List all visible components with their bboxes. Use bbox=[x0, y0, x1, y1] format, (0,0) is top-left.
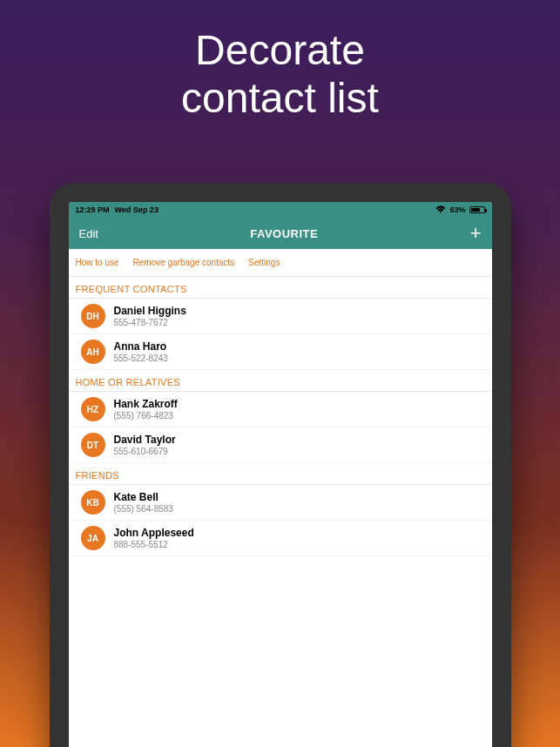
contact-info: Anna Haro555-522-8243 bbox=[114, 340, 168, 363]
contact-info: John Appleseed888-555-5512 bbox=[114, 527, 194, 549]
contact-phone: 555-478-7672 bbox=[114, 318, 186, 327]
section-header: FRIENDS bbox=[69, 463, 492, 485]
status-date: Wed Sep 23 bbox=[115, 205, 159, 214]
section-header: HOME OR RELATIVES bbox=[69, 370, 492, 392]
promo-title: Decorate contact list bbox=[0, 0, 560, 122]
page-title: FAVOURITE bbox=[250, 227, 318, 240]
contact-row[interactable]: KBKate Bell(555) 564-8583 bbox=[69, 485, 492, 521]
contact-phone: 888-555-5512 bbox=[114, 540, 194, 549]
avatar: HZ bbox=[81, 397, 105, 421]
contact-phone: (555) 766-4823 bbox=[114, 411, 178, 421]
contact-name: Hank Zakroff bbox=[114, 398, 178, 410]
status-bar: 12:28 PM Wed Sep 23 63% bbox=[69, 202, 492, 218]
avatar: KB bbox=[81, 490, 105, 515]
add-button[interactable]: + bbox=[470, 224, 482, 243]
contact-info: Kate Bell(555) 564-8583 bbox=[114, 491, 173, 514]
contact-info: Daniel Higgins555-478-7672 bbox=[114, 305, 186, 327]
contact-row[interactable]: HZHank Zakroff(555) 766-4823 bbox=[69, 392, 492, 427]
contact-list: FREQUENT CONTACTSDHDaniel Higgins555-478… bbox=[69, 277, 492, 556]
device-frame: 12:28 PM Wed Sep 23 63% Edit FAVOURITE +… bbox=[50, 183, 511, 747]
section-header: FREQUENT CONTACTS bbox=[69, 277, 492, 299]
contact-row[interactable]: JAJohn Appleseed888-555-5512 bbox=[69, 521, 492, 556]
contact-name: David Taylor bbox=[114, 434, 176, 446]
contact-row[interactable]: AHAnna Haro555-522-8243 bbox=[69, 334, 492, 370]
contact-info: David Taylor555-610-6679 bbox=[114, 434, 176, 456]
contact-name: Kate Bell bbox=[114, 491, 173, 503]
wifi-icon bbox=[435, 205, 446, 215]
battery-icon bbox=[469, 206, 485, 213]
screen: 12:28 PM Wed Sep 23 63% Edit FAVOURITE +… bbox=[69, 202, 492, 747]
settings-link[interactable]: Settings bbox=[248, 258, 280, 267]
remove-garbage-link[interactable]: Remove garbage contacts bbox=[133, 258, 235, 267]
contact-phone: (555) 564-8583 bbox=[114, 504, 173, 514]
howto-link[interactable]: How to use bbox=[76, 258, 119, 267]
avatar: AH bbox=[81, 340, 105, 364]
avatar: JA bbox=[81, 526, 105, 550]
contact-name: Anna Haro bbox=[114, 340, 168, 353]
contact-row[interactable]: DHDaniel Higgins555-478-7672 bbox=[69, 299, 492, 334]
promo-line2: contact list bbox=[0, 74, 560, 122]
contact-info: Hank Zakroff(555) 766-4823 bbox=[114, 398, 178, 421]
toolbar: How to use Remove garbage contacts Setti… bbox=[69, 249, 492, 277]
contact-row[interactable]: DTDavid Taylor555-610-6679 bbox=[69, 427, 492, 463]
contact-phone: 555-522-8243 bbox=[114, 353, 168, 363]
contact-phone: 555-610-6679 bbox=[114, 447, 176, 456]
avatar: DT bbox=[81, 433, 105, 457]
promo-line1: Decorate bbox=[0, 26, 560, 74]
battery-percent: 63% bbox=[449, 205, 465, 214]
avatar: DH bbox=[81, 304, 105, 328]
status-time: 12:28 PM bbox=[76, 205, 110, 214]
edit-button[interactable]: Edit bbox=[79, 227, 98, 240]
contact-name: John Appleseed bbox=[114, 527, 194, 539]
contact-name: Daniel Higgins bbox=[114, 305, 186, 317]
nav-bar: Edit FAVOURITE + bbox=[69, 218, 492, 249]
